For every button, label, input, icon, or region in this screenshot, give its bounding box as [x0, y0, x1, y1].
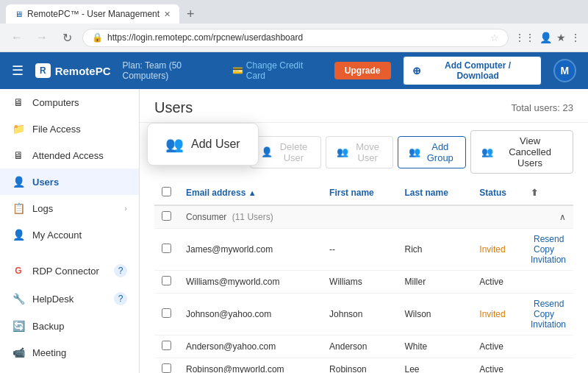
add-group-button[interactable]: 👥 Add Group [398, 136, 466, 168]
total-users-label: Total users: 23 [511, 102, 573, 113]
chevron-right-icon: › [124, 204, 127, 213]
sidebar-label-meeting: Meeting [32, 347, 66, 358]
logo-icon: R [35, 63, 51, 78]
row-actions: Resend Copy Invitation [523, 294, 573, 335]
tab-title: RemotePC™ - User Management [27, 9, 159, 19]
sidebar-label-logs: Logs [32, 203, 53, 214]
row-last-name: Lee [398, 358, 473, 374]
question-icon-rdp[interactable]: ? [114, 264, 127, 277]
plan-info: Plan: Team (50 Computers) 💳 Change Credi… [123, 60, 323, 81]
sidebar-item-computers[interactable]: 🖥 Computers [0, 89, 139, 116]
row-checkbox[interactable] [162, 244, 171, 253]
sidebar-label-my-account: My Account [32, 230, 82, 241]
sidebar-label-users: Users [32, 177, 59, 188]
helpdesk-icon: 🔧 [12, 293, 25, 305]
tab-close-button[interactable]: ✕ [164, 10, 171, 19]
credit-card-link[interactable]: 💳 Change Credit Card [232, 60, 323, 81]
group-row-consumer: Consumer (11 Users) ∧ [154, 205, 573, 229]
upgrade-button[interactable]: Upgrade [334, 62, 391, 79]
sidebar-item-file-access[interactable]: 📁 File Access [0, 116, 139, 142]
row-actions [523, 358, 573, 374]
sidebar-label-computers: Computers [32, 97, 79, 108]
group-checkbox[interactable] [162, 211, 171, 221]
move-icon: 👥 [337, 146, 348, 157]
add-user-popup-label: Add User [191, 138, 240, 151]
table-row: Robinson@myworld.com Robinson Lee Active [154, 358, 573, 374]
add-user-popup: 👥 Add User [147, 123, 259, 166]
new-tab-button[interactable]: + [182, 7, 199, 22]
row-first-name: Anderson [322, 335, 397, 358]
copy-invitation-link[interactable]: Copy Invitation [531, 309, 566, 330]
row-actions [523, 335, 573, 358]
row-email: Williams@myworld.com [179, 271, 322, 294]
logo-text: RemotePC [55, 65, 111, 77]
sidebar-item-backup[interactable]: 🔄 Backup [0, 313, 139, 339]
settings-icon[interactable]: ⋮ [570, 32, 581, 43]
move-user-button[interactable]: 👥 Move User [326, 136, 394, 168]
row-email: Robinson@myworld.com [179, 358, 322, 374]
sidebar-label-file-access: File Access [32, 124, 81, 135]
profile-icon[interactable]: 👤 [539, 32, 552, 43]
copy-invitation-link[interactable]: Copy Invitation [531, 244, 566, 265]
resend-link[interactable]: Resend [534, 299, 564, 309]
app-header: ☰ R RemotePC Plan: Team (50 Computers) 💳… [0, 52, 588, 89]
back-button[interactable]: ← [7, 28, 26, 47]
app-body: 🖥 Computers 📁 File Access 🖥 Attended Acc… [0, 89, 588, 373]
sidebar-footer: Features | Support | FAQs © iDrive Inc. [0, 366, 139, 373]
user-avatar[interactable]: M [553, 59, 576, 82]
group-collapse-cell[interactable]: ∧ [523, 205, 573, 229]
status-badge: Active [479, 277, 503, 287]
logs-icon: 📋 [12, 202, 25, 214]
sidebar-item-attended-access[interactable]: 🖥 Attended Access [0, 142, 139, 168]
row-checkbox[interactable] [162, 276, 171, 285]
sidebar-label-rdp: RDP Connector [32, 266, 99, 277]
favorites-icon[interactable]: ★ [556, 32, 566, 43]
table-header-row: Email address ▲ First name Last name Sta… [154, 181, 573, 205]
meeting-icon: 📹 [12, 347, 25, 358]
folder-icon: 📁 [12, 123, 25, 135]
sidebar-label-backup: Backup [32, 321, 64, 332]
sidebar-item-users[interactable]: 👤 Users [0, 168, 139, 195]
row-status: Active [472, 271, 523, 294]
url-input[interactable] [107, 32, 486, 43]
row-email: Anderson@yahoo.com [179, 335, 322, 358]
row-check-cell [154, 229, 179, 271]
col-header-status: Status [472, 181, 523, 205]
view-cancelled-button[interactable]: 👥 View Cancelled Users [470, 130, 573, 174]
status-badge: Active [479, 341, 503, 352]
row-check-cell [154, 271, 179, 294]
select-all-checkbox[interactable] [162, 187, 171, 196]
address-bar: 🔒 ☆ [82, 29, 509, 47]
row-checkbox[interactable] [162, 341, 171, 350]
sidebar-label-attended-access: Attended Access [32, 150, 104, 161]
browser-tab[interactable]: 🖥 RemotePC™ - User Management ✕ [6, 4, 179, 24]
sidebar-item-helpdesk[interactable]: 🔧 HelpDesk ? [0, 285, 139, 313]
attended-icon: 🖥 [12, 149, 25, 161]
sidebar-item-meeting[interactable]: 📹 Meeting [0, 339, 139, 366]
row-last-name: Rich [398, 229, 473, 271]
app-logo: R RemotePC [35, 63, 111, 78]
table-row: Johnson@yahoo.com Johnson Wilson Invited… [154, 294, 573, 335]
resend-link[interactable]: Resend [534, 234, 564, 244]
forward-button[interactable]: → [32, 28, 51, 47]
sidebar-item-rdp-connector[interactable]: G RDP Connector ? [0, 257, 139, 285]
add-computer-button[interactable]: ⊕ Add Computer / Download [403, 56, 542, 85]
row-check-cell [154, 294, 179, 335]
row-actions [523, 271, 573, 294]
row-first-name: Robinson [322, 358, 397, 374]
lock-icon: 🔒 [92, 32, 103, 43]
sidebar-item-my-account[interactable]: 👤 My Account [0, 221, 139, 248]
row-checkbox[interactable] [162, 363, 171, 373]
question-icon-helpdesk[interactable]: ? [114, 292, 127, 305]
col-header-email[interactable]: Email address ▲ [179, 181, 322, 205]
col-header-actions: ⬆ [523, 181, 573, 205]
sidebar-item-logs[interactable]: 📋 Logs › [0, 195, 139, 221]
delete-user-button[interactable]: 👤 Delete User [250, 136, 321, 168]
table-row: Anderson@yahoo.com Anderson White Active [154, 335, 573, 358]
hamburger-icon[interactable]: ☰ [12, 63, 24, 79]
reload-button[interactable]: ↻ [57, 28, 76, 47]
row-status: Active [472, 335, 523, 358]
extensions-icon[interactable]: ⋮⋮ [514, 32, 535, 43]
credit-card-icon: 💳 [232, 65, 243, 76]
row-checkbox[interactable] [162, 308, 171, 318]
